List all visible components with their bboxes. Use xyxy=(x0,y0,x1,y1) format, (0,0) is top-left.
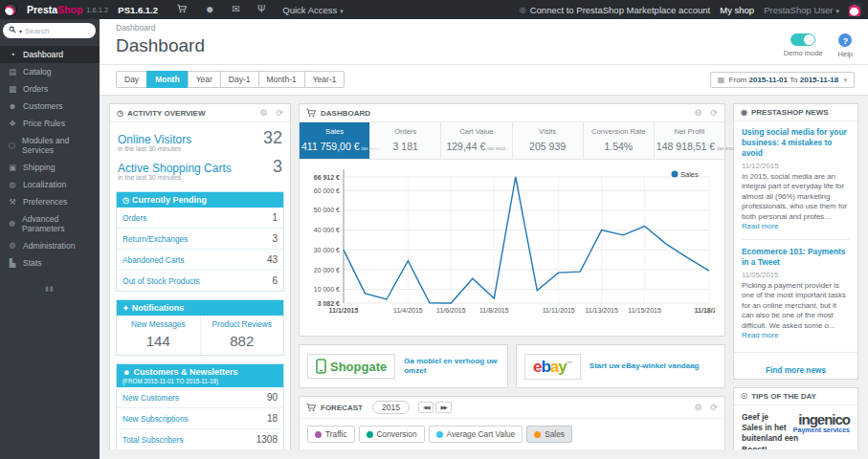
panel-title: PRESTASHOP NEWS xyxy=(751,108,829,117)
kpi-tab-orders[interactable]: Orders3 181 xyxy=(369,122,440,159)
mail-icon[interactable]: ✉ xyxy=(233,4,240,15)
find-more-news-link[interactable]: Find more news xyxy=(734,360,857,379)
activity-stat-link[interactable]: Online Visitors xyxy=(118,133,191,146)
brand-shop: Shop xyxy=(57,4,82,15)
date-range-button[interactable]: ▦ From 2015-11-01 To 2015-11-18 ▾ xyxy=(710,72,855,88)
ingenico-logo-subtext: Payment services xyxy=(787,426,850,434)
sidebar-item-price-rules[interactable]: ❖Price Rules xyxy=(0,115,100,132)
collapse-menu-button[interactable]: ▮▮ xyxy=(0,285,100,293)
shopgate-link[interactable]: Ga mobiel en verhoog uw omzet xyxy=(404,357,500,377)
previous-year-button[interactable]: ◀◀ xyxy=(418,402,434,413)
gear-icon[interactable]: ⚙ xyxy=(694,108,701,118)
svg-text:11/11/2015: 11/11/2015 xyxy=(543,307,575,314)
news-article: Using social media for your business: 4 … xyxy=(742,127,850,232)
chevron-down-icon[interactable]: ▾ xyxy=(19,28,22,34)
svg-text:20 000 €: 20 000 € xyxy=(314,267,340,273)
my-shop-link[interactable]: My shop xyxy=(720,5,754,15)
quick-access-menu[interactable]: Quick Access▾ xyxy=(282,5,344,15)
quick-access-label: Quick Access xyxy=(282,5,337,15)
svg-text:11/1/2015: 11/1/2015 xyxy=(329,307,359,314)
sidebar-item-orders[interactable]: ▦Orders xyxy=(0,80,100,98)
sidebar-item-label: Stats xyxy=(23,258,42,268)
notification-cell-product-reviews[interactable]: Product Reviews882 xyxy=(200,316,284,355)
range-button-month[interactable]: Month xyxy=(146,71,189,88)
sidebar-item-modules-and-services[interactable]: ⬡Modules and Services xyxy=(0,132,100,159)
activity-stats: Online Visitors32in the last 30 minutesA… xyxy=(110,122,290,187)
user-icon[interactable]: ☻ xyxy=(205,4,215,15)
list-item: Orders1 xyxy=(117,208,283,228)
kpi-tab-visits[interactable]: Visits205 939 xyxy=(512,122,583,159)
legend-button-conversion[interactable]: Conversion xyxy=(359,426,425,443)
kpi-tab-sales[interactable]: Sales411 759,00 €tax excl. xyxy=(300,122,369,159)
cell-label: Product Reviews xyxy=(203,319,282,329)
svg-text:11/15/2015: 11/15/2015 xyxy=(628,307,661,314)
read-more-link[interactable]: Read more xyxy=(742,331,779,339)
ebay-link[interactable]: Start uw eBay-winkel vandaag xyxy=(590,361,700,371)
row-link[interactable]: New Customers xyxy=(122,393,179,403)
sidebar-item-label: Localization xyxy=(23,180,66,189)
gear-icon[interactable]: ⚙ xyxy=(694,403,701,412)
kpi-tab-cart-value[interactable]: Cart Value129,44 €tax excl. xyxy=(440,122,511,159)
cart-icon[interactable] xyxy=(177,4,188,15)
version-label: 1.6.1.2 xyxy=(86,6,108,14)
range-button-year-1[interactable]: Year-1 xyxy=(304,71,345,88)
range-button-day[interactable]: Day xyxy=(116,71,147,88)
row-link[interactable]: Return/Exchanges xyxy=(122,234,188,244)
sidebar-item-label: Modules and Services xyxy=(22,136,96,155)
sidebar-item-customers[interactable]: ☻Customers xyxy=(0,98,100,115)
sidebar-item-preferences[interactable]: ⚒Preferences xyxy=(0,193,100,210)
row-link[interactable]: Orders xyxy=(122,213,146,223)
shopgate-banner[interactable]: Shopgate Ga mobiel en verhoog uw omzet xyxy=(299,344,508,388)
refresh-icon[interactable]: ⟳ xyxy=(710,108,718,118)
range-button-day-1[interactable]: Day-1 xyxy=(220,71,259,88)
row-link[interactable]: Total Subscribers xyxy=(122,435,184,445)
range-button-month-1[interactable]: Month-1 xyxy=(258,71,305,88)
topbar: PrestaShop 1.6.1.2 PS1.6.1.2 ☻✉Ψ Quick A… xyxy=(0,0,868,19)
row-value: 6 xyxy=(272,275,278,286)
cart-icon xyxy=(306,108,317,118)
shop-name-link[interactable]: PS1.6.1.2 xyxy=(118,5,158,15)
notifications-section: ✦Notifications New Messages144Product Re… xyxy=(116,299,284,356)
help-button[interactable]: ? xyxy=(838,33,852,47)
prestashop-logo[interactable] xyxy=(4,3,17,16)
cell-label: New Messages xyxy=(119,319,198,329)
trophy-icon[interactable]: Ψ xyxy=(257,4,265,15)
read-more-link[interactable]: Read more xyxy=(742,222,779,230)
kpi-tab-net-profit[interactable]: Net Profit148 918,51 €tax excl. xyxy=(654,122,724,159)
phone-icon xyxy=(316,359,326,374)
next-year-button[interactable]: ▶▶ xyxy=(435,402,451,413)
row-link[interactable]: Abandoned Carts xyxy=(122,255,185,265)
sidebar-item-dashboard[interactable]: ◔Dashboard xyxy=(0,46,100,63)
sidebar-item-catalog[interactable]: ▤Catalog xyxy=(0,63,100,80)
sidebar-item-stats[interactable]: ▙Stats xyxy=(0,254,100,272)
legend-button-average-cart-value[interactable]: Average Cart Value xyxy=(429,426,523,443)
gear-icon[interactable]: ⚙ xyxy=(259,108,267,118)
refresh-icon[interactable]: ⟳ xyxy=(276,108,283,118)
legend-button-sales[interactable]: Sales xyxy=(526,426,572,443)
sidebar-item-localization[interactable]: ◍Localization xyxy=(0,176,100,193)
ebay-banner[interactable]: ebay™ Start uw eBay-winkel vandaag xyxy=(516,344,725,388)
demo-mode-toggle[interactable] xyxy=(790,33,815,46)
sidebar-item-advanced-parameters[interactable]: ☸Advanced Parameters xyxy=(0,210,100,237)
gauge-icon: ◔ xyxy=(8,50,17,59)
row-link[interactable]: New Subscriptions xyxy=(122,414,189,424)
kpi-tab-conversion-rate[interactable]: Conversion Rate1.54% xyxy=(583,122,654,159)
article-title[interactable]: Ecommerce 101: Payments in a Tweet xyxy=(742,247,850,268)
marketplace-link[interactable]: ◎Connect to PrestaShop Marketplace accou… xyxy=(520,5,711,15)
range-button-year[interactable]: Year xyxy=(188,71,221,88)
sidebar-search[interactable]: ▾ xyxy=(3,23,96,38)
row-link[interactable]: Out of Stock Products xyxy=(122,276,200,286)
year-pill[interactable]: 2015 xyxy=(372,401,410,414)
sidebar-item-administration[interactable]: ⚙Administration xyxy=(0,237,100,254)
avatar[interactable] xyxy=(849,3,862,16)
sales-chart[interactable]: 3 082 €10 000 €20 000 €30 000 €40 000 €5… xyxy=(300,160,724,336)
refresh-icon[interactable]: ⟳ xyxy=(710,403,718,412)
notification-cell-new-messages[interactable]: New Messages144 xyxy=(117,316,200,355)
sidebar-item-shipping[interactable]: ▣Shipping xyxy=(0,159,100,176)
search-input[interactable] xyxy=(25,27,82,35)
legend-button-traffic[interactable]: Traffic xyxy=(307,426,355,443)
activity-stat-sub: in the last 30 minutes xyxy=(118,145,282,152)
activity-stat-link[interactable]: Active Shopping Carts xyxy=(118,162,232,175)
user-menu[interactable]: PrestaShop User▾ xyxy=(764,5,839,15)
article-title[interactable]: Using social media for your business: 4 … xyxy=(742,127,850,159)
